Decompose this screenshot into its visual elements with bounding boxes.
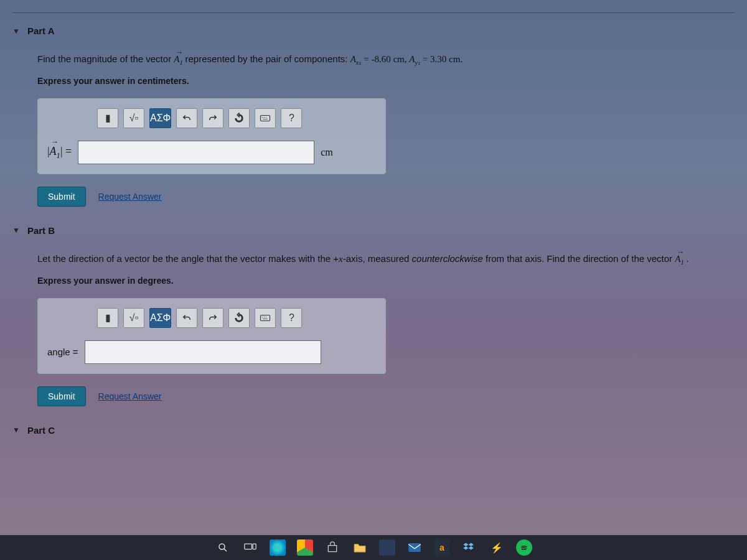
part-b-answer-box: ▮ √▫ ΑΣΦ ? angle =: [37, 298, 386, 374]
greek-button[interactable]: ΑΣΦ: [149, 108, 171, 128]
task-view-icon[interactable]: [242, 539, 258, 556]
redo-button[interactable]: [202, 108, 223, 128]
caret-down-icon: ▼: [12, 426, 20, 434]
mail-icon[interactable]: [406, 539, 423, 556]
part-b-instruction: Express your answer in degrees.: [37, 276, 735, 286]
svg-line-11: [224, 549, 227, 552]
part-a-answer-box: ▮ √▫ ΑΣΦ ? |→A1| =: [37, 98, 386, 174]
vector-a1: → A1: [174, 54, 185, 64]
undo-button[interactable]: [176, 308, 197, 328]
keyboard-icon: [260, 312, 271, 324]
part-b-lhs: angle =: [47, 347, 78, 357]
part-a-submit-button[interactable]: Submit: [37, 187, 86, 207]
part-b-section: ▼ Part B Let the direction of a vector b…: [12, 225, 735, 406]
part-c-header[interactable]: ▼ Part C: [12, 425, 735, 436]
fraction-root-button[interactable]: √▫: [123, 108, 144, 128]
svg-rect-5: [261, 315, 270, 320]
part-b-title: Part B: [27, 225, 55, 236]
part-a-header[interactable]: ▼ Part A: [12, 26, 735, 36]
part-c-title: Part C: [27, 425, 55, 436]
reset-icon: [233, 312, 245, 324]
part-b-prompt: Let the direction of a vector be the ang…: [37, 251, 735, 268]
windows-taskbar: a ⚡: [0, 535, 747, 560]
chrome-icon[interactable]: [297, 539, 313, 556]
keyboard-icon: [260, 113, 271, 124]
caret-down-icon: ▼: [12, 226, 20, 235]
part-b-submit-button[interactable]: Submit: [37, 386, 86, 406]
part-a-input[interactable]: [78, 141, 314, 164]
svg-rect-12: [245, 544, 252, 549]
part-b-toolbar: ▮ √▫ ΑΣΦ ?: [97, 308, 376, 328]
greek-button[interactable]: ΑΣΦ: [149, 308, 171, 328]
undo-icon: [181, 312, 192, 324]
vector-a1-b: → A1: [675, 254, 686, 264]
svg-rect-13: [253, 544, 256, 549]
part-b-header[interactable]: ▼ Part B: [12, 225, 735, 236]
part-c-section: ▼ Part C: [12, 425, 735, 436]
file-explorer-icon[interactable]: [352, 539, 368, 556]
part-a-unit: cm: [321, 147, 333, 158]
part-b-request-answer-link[interactable]: Request Answer: [98, 391, 162, 401]
part-a-lhs: |→A1| =: [47, 145, 72, 161]
part-a-section: ▼ Part A Find the magnitude of the vecto…: [12, 26, 735, 207]
lightning-icon[interactable]: ⚡: [489, 539, 505, 556]
reset-button[interactable]: [228, 308, 250, 328]
dropbox-icon[interactable]: [461, 539, 477, 556]
amazon-icon[interactable]: a: [434, 539, 450, 556]
part-b-input[interactable]: [85, 340, 321, 364]
svg-rect-14: [408, 543, 421, 552]
undo-button[interactable]: [176, 108, 197, 128]
part-a-prompt: Find the magnitude of the vector → A1 re…: [37, 52, 735, 68]
keyboard-button[interactable]: [255, 108, 276, 128]
caret-down-icon: ▼: [12, 27, 20, 35]
reset-button[interactable]: [228, 108, 250, 128]
part-a-toolbar: ▮ √▫ ΑΣΦ ?: [97, 108, 376, 128]
templates-button[interactable]: ▮: [97, 108, 118, 128]
help-button[interactable]: ?: [281, 108, 302, 128]
help-button[interactable]: ?: [281, 308, 302, 328]
spotify-icon[interactable]: [516, 539, 532, 556]
part-a-title: Part A: [27, 26, 55, 36]
edge-icon[interactable]: [270, 539, 286, 556]
app-icon[interactable]: [379, 539, 395, 556]
search-icon[interactable]: [215, 539, 231, 556]
store-icon[interactable]: [324, 539, 341, 556]
templates-button[interactable]: ▮: [97, 308, 118, 328]
undo-icon: [181, 113, 192, 124]
part-a-instruction: Express your answer in centimeters.: [37, 76, 735, 86]
part-a-request-answer-link[interactable]: Request Answer: [98, 192, 162, 202]
svg-rect-0: [261, 115, 270, 121]
redo-button[interactable]: [202, 308, 223, 328]
keyboard-button[interactable]: [255, 308, 276, 328]
reset-icon: [233, 113, 245, 124]
redo-icon: [207, 113, 218, 124]
fraction-root-button[interactable]: √▫: [123, 308, 144, 328]
redo-icon: [207, 312, 218, 324]
